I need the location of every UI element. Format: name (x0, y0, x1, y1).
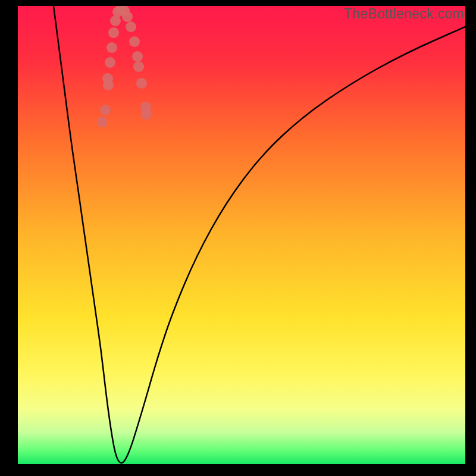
data-point (141, 109, 152, 120)
data-point (126, 21, 136, 32)
watermark-text: TheBottleneck.com (344, 6, 464, 22)
data-point (105, 57, 115, 68)
data-point (108, 27, 119, 38)
data-point (136, 78, 147, 89)
data-point (133, 61, 144, 72)
chart-frame: TheBottleneck.com (0, 0, 476, 476)
data-point (129, 36, 140, 47)
plot-svg (18, 6, 465, 464)
plot-area (18, 6, 465, 464)
data-point (107, 42, 117, 53)
data-point (103, 80, 114, 90)
data-point (97, 117, 108, 127)
data-point (100, 105, 111, 115)
data-point (122, 11, 133, 22)
data-point (132, 51, 143, 62)
